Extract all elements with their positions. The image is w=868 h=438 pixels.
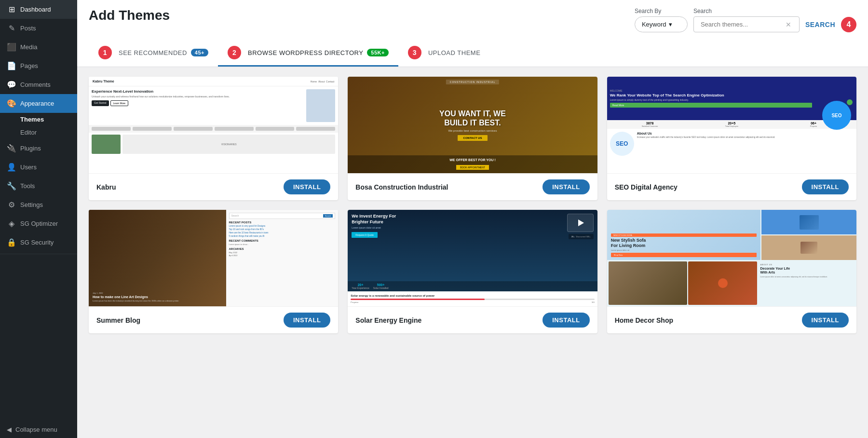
theme-preview-kabru: Kabru Theme Home About Contact Experienc… (89, 77, 338, 173)
page-title: Add Themes (89, 8, 170, 23)
tab-browse-count: 55K+ (367, 49, 389, 56)
users-icon: 👤 (7, 163, 16, 172)
search-by-label: Search By (635, 8, 688, 14)
posts-icon: ✎ (7, 24, 16, 33)
comments-icon: 💬 (7, 80, 16, 89)
search-button[interactable]: SEARCH (805, 17, 835, 32)
theme-footer-seo: SEO Digital Agency INSTALL (607, 173, 856, 200)
tab-upload-label: UPLOAD THEME (428, 49, 480, 56)
search-area: Search By Keyword ▾ Search ✕ SEARCH 4 (635, 8, 856, 32)
settings-icon: ⚙ (7, 200, 16, 209)
tab-browse-label: BROWSE WORDPRESS DIRECTORY (248, 49, 363, 56)
theme-name-decor: Home Decor Shop (615, 316, 673, 324)
theme-preview-bosa: CONSTRUCTION INDUSTRIAL YOU WANT IT, WEB… (348, 77, 597, 173)
theme-preview-decor: NEW STYLISH SOFA New Stylish SofaFor Liv… (607, 210, 856, 306)
search-input[interactable] (699, 17, 786, 32)
appearance-icon: 🎨 (7, 99, 16, 108)
theme-preview-seo: WELCOME We Rank Your Website Top of The … (607, 77, 856, 173)
sidebar-item-users[interactable]: 👤 Users (0, 158, 77, 177)
step-2-badge: 2 (228, 46, 241, 59)
sidebar-item-plugins[interactable]: 🔌 Plugins (0, 139, 77, 158)
tabs: 1 SEE RECOMMENDED 45+ 2 BROWSE WORDPRESS… (89, 40, 856, 67)
search-by-group: Search By Keyword ▾ (635, 8, 688, 32)
sidebar-item-comments[interactable]: 💬 Comments (0, 75, 77, 94)
theme-footer-solar: Solar Energy Engine INSTALL (348, 306, 597, 333)
search-group: Search ✕ (693, 8, 800, 32)
sidebar-item-dashboard[interactable]: ⊞ Dashboard (0, 0, 77, 19)
theme-name-kabru: Kabru (96, 183, 116, 191)
step-1-badge: 1 (98, 46, 112, 59)
install-button-seo[interactable]: INSTALL (802, 179, 849, 194)
sidebar-sub-themes[interactable]: Themes (0, 113, 77, 126)
search-input-wrap: ✕ (693, 16, 800, 32)
tab-browse[interactable]: 2 BROWSE WORDPRESS DIRECTORY 55K+ (218, 40, 398, 67)
sidebar-item-tools[interactable]: 🔧 Tools (0, 177, 77, 195)
install-button-bosa[interactable]: INSTALL (542, 179, 589, 194)
install-button-decor[interactable]: INSTALL (802, 313, 849, 328)
tab-recommended[interactable]: 1 SEE RECOMMENDED 45+ (89, 40, 218, 67)
sidebar-divider (0, 254, 77, 254)
header-top: Add Themes Search By Keyword ▾ Search ✕ (89, 8, 856, 32)
chevron-down-icon: ▾ (669, 21, 672, 28)
themes-grid: Kabru Theme Home About Contact Experienc… (89, 77, 856, 333)
tab-upload[interactable]: 3 UPLOAD THEME (398, 40, 490, 67)
install-button-blog[interactable]: INSTALL (284, 313, 330, 328)
sidebar-item-sg-optimizer[interactable]: ◈ SG Optimizer (0, 214, 77, 233)
search-label: Search (693, 8, 800, 14)
clear-icon[interactable]: ✕ (786, 21, 791, 28)
theme-card-blog: July 1, 2022 How to make one Line Art De… (89, 210, 338, 333)
tab-recommended-count: 45+ (191, 49, 208, 56)
header: Add Themes Search By Keyword ▾ Search ✕ (77, 0, 868, 67)
sidebar-item-posts[interactable]: ✎ Posts (0, 19, 77, 38)
theme-preview-solar: We Invest Energy ForBrighter Future Lore… (348, 210, 597, 306)
theme-footer-decor: Home Decor Shop INSTALL (607, 306, 856, 333)
dashboard-icon: ⊞ (7, 5, 16, 14)
sidebar-item-settings[interactable]: ⚙ Settings (0, 195, 77, 214)
collapse-icon: ◀ (7, 426, 12, 433)
sidebar-item-media[interactable]: ⬛ Media (0, 38, 77, 56)
theme-name-solar: Solar Energy Engine (355, 316, 421, 324)
sidebar-item-pages[interactable]: 📄 Pages (0, 56, 77, 75)
theme-name-bosa: Bosa Construction Industrial (355, 183, 448, 191)
theme-card-decor: NEW STYLISH SOFA New Stylish SofaFor Liv… (607, 210, 856, 333)
tools-icon: 🔧 (7, 181, 16, 191)
theme-card-seo: WELCOME We Rank Your Website Top of The … (607, 77, 856, 200)
media-icon: ⬛ (7, 42, 16, 52)
theme-footer-kabru: Kabru INSTALL (89, 173, 338, 200)
pages-icon: 📄 (7, 61, 16, 70)
install-button-solar[interactable]: INSTALL (542, 313, 589, 328)
install-button-kabru[interactable]: INSTALL (284, 179, 330, 194)
sidebar-item-appearance[interactable]: 🎨 Appearance (0, 94, 77, 113)
theme-name-blog: Summer Blog (96, 316, 140, 324)
step-4-badge: 4 (841, 17, 856, 32)
theme-card-kabru: Kabru Theme Home About Contact Experienc… (89, 77, 338, 200)
sg-optimizer-icon: ◈ (7, 219, 16, 228)
search-by-select[interactable]: Keyword ▾ (635, 16, 688, 32)
theme-footer-blog: Summer Blog INSTALL (89, 306, 338, 333)
search-by-value: Keyword (642, 21, 666, 28)
plugins-icon: 🔌 (7, 144, 16, 153)
content-area: Kabru Theme Home About Contact Experienc… (77, 67, 868, 438)
sidebar-item-sg-security[interactable]: 🔒 SG Security (0, 233, 77, 252)
theme-name-seo: SEO Digital Agency (615, 183, 678, 191)
theme-preview-blog: July 1, 2022 How to make one Line Art De… (89, 210, 338, 306)
main-content: Add Themes Search By Keyword ▾ Search ✕ (77, 0, 868, 438)
theme-card-bosa: CONSTRUCTION INDUSTRIAL YOU WANT IT, WEB… (348, 77, 597, 200)
step-3-badge: 3 (408, 46, 421, 59)
theme-card-solar: We Invest Energy ForBrighter Future Lore… (348, 210, 597, 333)
tab-recommended-label: SEE RECOMMENDED (119, 49, 187, 56)
theme-footer-bosa: Bosa Construction Industrial INSTALL (348, 173, 597, 200)
sidebar: ⊞ Dashboard ✎ Posts ⬛ Media 📄 Pages 💬 Co… (0, 0, 77, 438)
sidebar-sub-editor[interactable]: Editor (0, 126, 77, 139)
collapse-menu-button[interactable]: ◀ Collapse menu (0, 421, 77, 438)
sg-security-icon: 🔒 (7, 238, 16, 247)
